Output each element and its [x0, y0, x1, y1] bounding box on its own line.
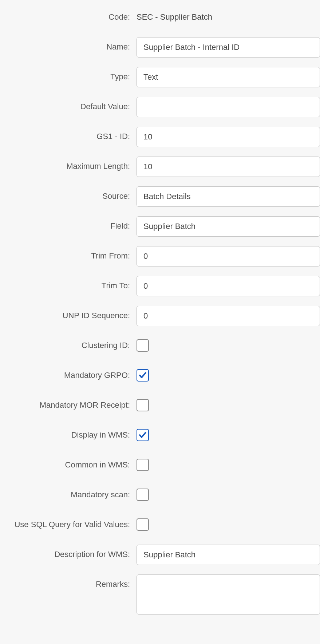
input-gs1-id[interactable] — [137, 127, 320, 147]
label-trim-from: Trim From: — [0, 246, 137, 261]
label-default-value: Default Value: — [0, 97, 137, 111]
checkbox-mandatory-scan[interactable] — [137, 489, 149, 501]
checkbox-clustering-id[interactable] — [137, 339, 149, 352]
row-code: Code: SEC - Supplier Batch — [0, 7, 320, 28]
row-type: Type: — [0, 67, 320, 87]
label-maximum-length: Maximum Length: — [0, 157, 137, 171]
input-default-value[interactable] — [137, 97, 320, 117]
input-trim-to[interactable] — [137, 276, 320, 296]
row-mandatory-mor-receipt: Mandatory MOR Receipt: — [0, 395, 320, 416]
label-description-for-wms: Description for WMS: — [0, 545, 137, 559]
row-remarks: Remarks: — [0, 574, 320, 615]
checkbox-mandatory-mor-receipt[interactable] — [137, 399, 149, 411]
row-trim-from: Trim From: — [0, 246, 320, 266]
label-clustering-id: Clustering ID: — [0, 336, 137, 350]
checkbox-common-in-wms[interactable] — [137, 459, 149, 471]
label-field: Field: — [0, 216, 137, 231]
row-field: Field: — [0, 216, 320, 237]
row-default-value: Default Value: — [0, 97, 320, 117]
checkbox-display-in-wms[interactable] — [137, 429, 149, 441]
label-common-in-wms: Common in WMS: — [0, 455, 137, 470]
label-display-in-wms: Display in WMS: — [0, 425, 137, 440]
label-mandatory-scan: Mandatory scan: — [0, 485, 137, 499]
label-name: Name: — [0, 37, 137, 52]
row-display-in-wms: Display in WMS: — [0, 425, 320, 446]
checkbox-mandatory-grpo[interactable] — [137, 369, 149, 382]
row-name: Name: — [0, 37, 320, 58]
label-type: Type: — [0, 67, 137, 82]
input-unp-id-sequence[interactable] — [137, 306, 320, 326]
check-icon — [138, 371, 147, 380]
row-mandatory-grpo: Mandatory GRPO: — [0, 366, 320, 386]
row-maximum-length: Maximum Length: — [0, 157, 320, 177]
input-trim-from[interactable] — [137, 246, 320, 266]
label-mandatory-grpo: Mandatory GRPO: — [0, 366, 137, 380]
label-unp-id-sequence: UNP ID Sequence: — [0, 306, 137, 320]
form-container: Code: SEC - Supplier Batch Name: Type: D… — [0, 0, 320, 631]
check-icon — [138, 431, 147, 439]
row-source: Source: — [0, 186, 320, 207]
input-source[interactable] — [137, 186, 320, 207]
label-use-sql-query: Use SQL Query for Valid Values: — [0, 515, 137, 529]
label-source: Source: — [0, 186, 137, 201]
input-description-for-wms[interactable] — [137, 545, 320, 565]
label-code: Code: — [0, 7, 137, 22]
label-mandatory-mor-receipt: Mandatory MOR Receipt: — [0, 395, 137, 410]
row-gs1-id: GS1 - ID: — [0, 127, 320, 147]
input-maximum-length[interactable] — [137, 157, 320, 177]
checkbox-use-sql-query[interactable] — [137, 518, 149, 531]
input-name[interactable] — [137, 37, 320, 58]
row-mandatory-scan: Mandatory scan: — [0, 485, 320, 505]
textarea-remarks[interactable] — [137, 574, 320, 615]
value-code: SEC - Supplier Batch — [137, 7, 212, 22]
row-description-for-wms: Description for WMS: — [0, 545, 320, 565]
label-remarks: Remarks: — [0, 574, 137, 589]
input-field[interactable] — [137, 216, 320, 237]
label-trim-to: Trim To: — [0, 276, 137, 291]
row-unp-id-sequence: UNP ID Sequence: — [0, 306, 320, 326]
row-clustering-id: Clustering ID: — [0, 336, 320, 356]
row-common-in-wms: Common in WMS: — [0, 455, 320, 475]
row-trim-to: Trim To: — [0, 276, 320, 296]
input-type[interactable] — [137, 67, 320, 87]
row-use-sql-query: Use SQL Query for Valid Values: — [0, 515, 320, 535]
label-gs1-id: GS1 - ID: — [0, 127, 137, 141]
